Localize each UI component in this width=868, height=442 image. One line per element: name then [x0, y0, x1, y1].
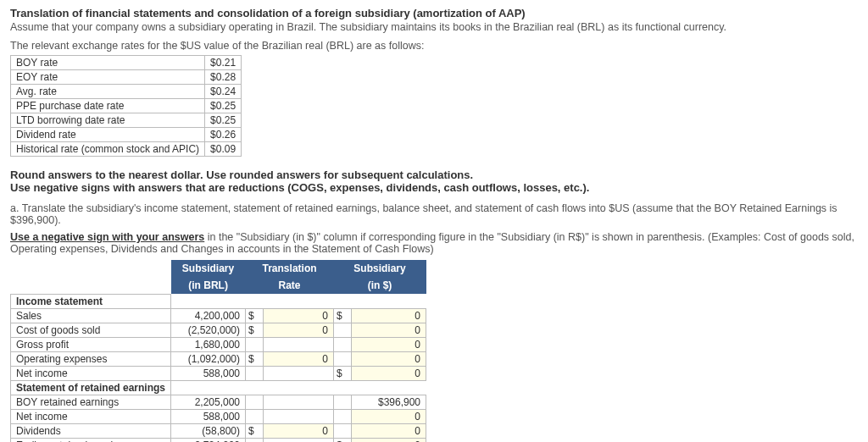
- rate-label: Dividend rate: [11, 128, 205, 142]
- brl-value: 1,680,000: [171, 337, 246, 351]
- rate-row: Dividend rate$0.26: [11, 128, 242, 142]
- brl-value: 588,000: [171, 366, 246, 380]
- usd-currency: $: [334, 438, 352, 442]
- rate-value: $0.25: [205, 99, 242, 113]
- usd-input[interactable]: 0: [352, 351, 426, 366]
- instruction-neg: Use negative signs with answers that are…: [10, 181, 858, 194]
- rate-currency: [246, 337, 264, 351]
- rate-currency: [246, 409, 264, 423]
- usd-input[interactable]: 0: [352, 323, 426, 337]
- rate-row: Historical rate (common stock and APIC)$…: [11, 142, 242, 157]
- usd-currency: [334, 395, 352, 409]
- rate-label: BOY rate: [11, 56, 205, 70]
- rate-value: $0.26: [205, 128, 242, 142]
- rate-row: EOY rate$0.28: [11, 70, 242, 85]
- question-a: a. Translate the subsidiary's income sta…: [10, 202, 858, 226]
- brl-value: 588,000: [171, 409, 246, 423]
- neg-sign-instruction: Use a negative sign with your answers in…: [10, 231, 858, 255]
- rate-value: $0.09: [205, 142, 242, 157]
- row-label: Ending retained earnings: [11, 438, 171, 442]
- table-row: Dividends(58,800)$00: [11, 423, 426, 438]
- rate-row: PPE purchase date rate$0.25: [11, 99, 242, 113]
- section-row: Income statement: [11, 294, 426, 308]
- table-row: Net income588,0000: [11, 409, 426, 423]
- rate-row: Avg. rate$0.24: [11, 85, 242, 99]
- rate-input: [264, 409, 334, 423]
- usd-currency: $: [334, 308, 352, 323]
- rate-currency: $: [246, 351, 264, 366]
- col-brl-top: Subsidiary: [171, 260, 246, 277]
- rates-lead: The relevant exchange rates for the $US …: [10, 40, 858, 52]
- rate-label: EOY rate: [11, 70, 205, 85]
- usd-input[interactable]: 0: [352, 337, 426, 351]
- exchange-rates-table: BOY rate$0.21EOY rate$0.28Avg. rate$0.24…: [10, 55, 242, 157]
- rate-value: $0.28: [205, 70, 242, 85]
- usd-currency: [334, 337, 352, 351]
- row-label: Net income: [11, 366, 171, 380]
- brl-value: 2,205,000: [171, 395, 246, 409]
- rate-row: LTD borrowing date rate$0.25: [11, 113, 242, 128]
- rate-value: $0.25: [205, 113, 242, 128]
- col-usd-sub: (in $): [334, 277, 426, 294]
- rate-input: [264, 395, 334, 409]
- usd-input[interactable]: 0: [352, 409, 426, 423]
- rate-currency: [246, 438, 264, 442]
- row-label: Cost of goods sold: [11, 323, 171, 337]
- row-label: Sales: [11, 308, 171, 323]
- table-row: Sales4,200,000$0$0: [11, 308, 426, 323]
- brl-value: 2,734,200: [171, 438, 246, 442]
- brl-value: (58,800): [171, 423, 246, 438]
- usd-input[interactable]: 0: [352, 423, 426, 438]
- neg-sign-underline: Use a negative sign with your answers: [10, 231, 204, 243]
- table-row: Gross profit1,680,0000: [11, 337, 426, 351]
- brl-value: (2,520,000): [171, 323, 246, 337]
- row-label: Net income: [11, 409, 171, 423]
- usd-input[interactable]: 0: [352, 366, 426, 380]
- usd-currency: [334, 423, 352, 438]
- rate-input[interactable]: 0: [264, 308, 334, 323]
- col-rate-top: Translation: [246, 260, 334, 277]
- col-brl-sub: (in BRL): [171, 277, 246, 294]
- section-label: Income statement: [11, 294, 171, 308]
- brl-value: (1,092,000): [171, 351, 246, 366]
- usd-currency: [334, 409, 352, 423]
- usd-currency: $: [334, 366, 352, 380]
- rate-input: [264, 438, 334, 442]
- rate-currency: [246, 395, 264, 409]
- usd-input[interactable]: 0: [352, 438, 426, 442]
- section-label: Statement of retained earnings: [11, 380, 171, 395]
- table-row: Ending retained earnings2,734,200$0: [11, 438, 426, 442]
- row-label: Gross profit: [11, 337, 171, 351]
- table-row: Operating expenses(1,092,000)$00: [11, 351, 426, 366]
- rate-currency: [246, 366, 264, 380]
- rate-value: $0.24: [205, 85, 242, 99]
- table-row: BOY retained earnings2,205,000$396,900: [11, 395, 426, 409]
- rate-currency: $: [246, 323, 264, 337]
- rate-input[interactable]: 0: [264, 351, 334, 366]
- row-label: BOY retained earnings: [11, 395, 171, 409]
- rate-input: [264, 337, 334, 351]
- worksheet-table: Subsidiary Translation Subsidiary (in BR…: [10, 260, 426, 442]
- rate-input[interactable]: 0: [264, 323, 334, 337]
- usd-input[interactable]: 0: [352, 308, 426, 323]
- page-title: Translation of financial statements and …: [10, 7, 858, 19]
- instruction-round: Round answers to the nearest dollar. Use…: [10, 169, 858, 181]
- rate-label: Avg. rate: [11, 85, 205, 99]
- col-usd-top: Subsidiary: [334, 260, 426, 277]
- usd-currency: [334, 351, 352, 366]
- intro-text: Assume that your company owns a subsidia…: [10, 21, 858, 33]
- rate-input: [264, 366, 334, 380]
- table-row: Net income588,000$0: [11, 366, 426, 380]
- col-rate-sub: Rate: [246, 277, 334, 294]
- rate-input[interactable]: 0: [264, 423, 334, 438]
- table-row: Cost of goods sold(2,520,000)$00: [11, 323, 426, 337]
- row-label: Operating expenses: [11, 351, 171, 366]
- rate-label: LTD borrowing date rate: [11, 113, 205, 128]
- rate-row: BOY rate$0.21: [11, 56, 242, 70]
- rate-currency: $: [246, 423, 264, 438]
- brl-value: 4,200,000: [171, 308, 246, 323]
- rate-label: PPE purchase date rate: [11, 99, 205, 113]
- rate-currency: $: [246, 308, 264, 323]
- usd-input: $396,900: [352, 395, 426, 409]
- row-label: Dividends: [11, 423, 171, 438]
